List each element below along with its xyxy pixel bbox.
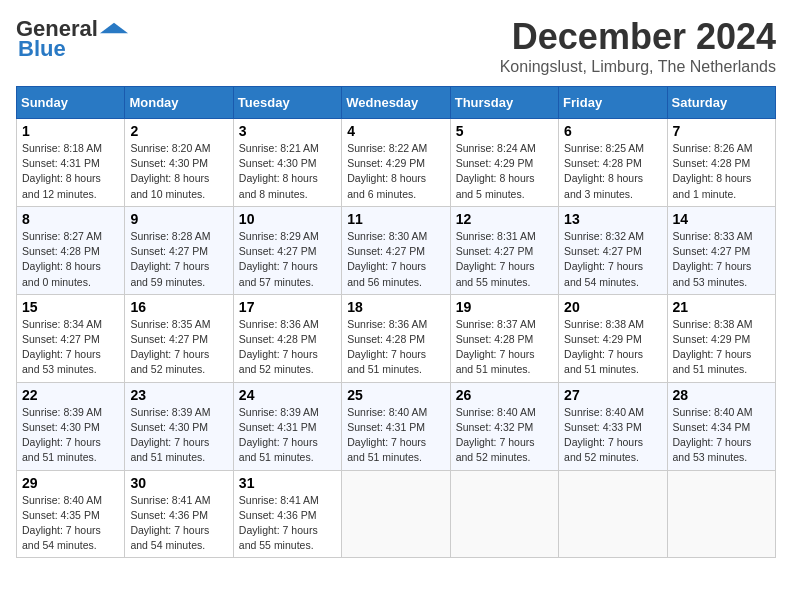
- calendar-cell: 19 Sunrise: 8:37 AM Sunset: 4:28 PM Dayl…: [450, 294, 558, 382]
- day-info: Sunrise: 8:18 AM Sunset: 4:31 PM Dayligh…: [22, 141, 119, 202]
- calendar-cell: 30 Sunrise: 8:41 AM Sunset: 4:36 PM Dayl…: [125, 470, 233, 558]
- svg-marker-0: [100, 23, 128, 34]
- day-info: Sunrise: 8:39 AM Sunset: 4:30 PM Dayligh…: [22, 405, 119, 466]
- day-number: 29: [22, 475, 119, 491]
- calendar-cell: 14 Sunrise: 8:33 AM Sunset: 4:27 PM Dayl…: [667, 206, 775, 294]
- day-number: 26: [456, 387, 553, 403]
- weekday-header-monday: Monday: [125, 87, 233, 119]
- calendar-cell: 31 Sunrise: 8:41 AM Sunset: 4:36 PM Dayl…: [233, 470, 341, 558]
- calendar-cell: 15 Sunrise: 8:34 AM Sunset: 4:27 PM Dayl…: [17, 294, 125, 382]
- day-info: Sunrise: 8:25 AM Sunset: 4:28 PM Dayligh…: [564, 141, 661, 202]
- calendar-cell: 2 Sunrise: 8:20 AM Sunset: 4:30 PM Dayli…: [125, 119, 233, 207]
- day-number: 6: [564, 123, 661, 139]
- logo-blue-text: Blue: [18, 36, 66, 62]
- day-number: 10: [239, 211, 336, 227]
- weekday-header-tuesday: Tuesday: [233, 87, 341, 119]
- day-number: 22: [22, 387, 119, 403]
- calendar-cell: 25 Sunrise: 8:40 AM Sunset: 4:31 PM Dayl…: [342, 382, 450, 470]
- day-number: 18: [347, 299, 444, 315]
- calendar-cell: 13 Sunrise: 8:32 AM Sunset: 4:27 PM Dayl…: [559, 206, 667, 294]
- day-number: 13: [564, 211, 661, 227]
- calendar-cell: [559, 470, 667, 558]
- weekday-header-thursday: Thursday: [450, 87, 558, 119]
- day-info: Sunrise: 8:30 AM Sunset: 4:27 PM Dayligh…: [347, 229, 444, 290]
- day-info: Sunrise: 8:35 AM Sunset: 4:27 PM Dayligh…: [130, 317, 227, 378]
- day-number: 20: [564, 299, 661, 315]
- day-info: Sunrise: 8:39 AM Sunset: 4:30 PM Dayligh…: [130, 405, 227, 466]
- weekday-header-wednesday: Wednesday: [342, 87, 450, 119]
- day-number: 15: [22, 299, 119, 315]
- day-info: Sunrise: 8:31 AM Sunset: 4:27 PM Dayligh…: [456, 229, 553, 290]
- day-info: Sunrise: 8:41 AM Sunset: 4:36 PM Dayligh…: [130, 493, 227, 554]
- day-info: Sunrise: 8:32 AM Sunset: 4:27 PM Dayligh…: [564, 229, 661, 290]
- day-number: 12: [456, 211, 553, 227]
- day-info: Sunrise: 8:40 AM Sunset: 4:34 PM Dayligh…: [673, 405, 770, 466]
- calendar-cell: 7 Sunrise: 8:26 AM Sunset: 4:28 PM Dayli…: [667, 119, 775, 207]
- day-number: 19: [456, 299, 553, 315]
- day-info: Sunrise: 8:38 AM Sunset: 4:29 PM Dayligh…: [673, 317, 770, 378]
- day-number: 28: [673, 387, 770, 403]
- day-info: Sunrise: 8:38 AM Sunset: 4:29 PM Dayligh…: [564, 317, 661, 378]
- day-info: Sunrise: 8:34 AM Sunset: 4:27 PM Dayligh…: [22, 317, 119, 378]
- weekday-header-sunday: Sunday: [17, 87, 125, 119]
- calendar-cell: 11 Sunrise: 8:30 AM Sunset: 4:27 PM Dayl…: [342, 206, 450, 294]
- calendar-cell: 23 Sunrise: 8:39 AM Sunset: 4:30 PM Dayl…: [125, 382, 233, 470]
- calendar-cell: 27 Sunrise: 8:40 AM Sunset: 4:33 PM Dayl…: [559, 382, 667, 470]
- day-info: Sunrise: 8:21 AM Sunset: 4:30 PM Dayligh…: [239, 141, 336, 202]
- calendar-cell: 12 Sunrise: 8:31 AM Sunset: 4:27 PM Dayl…: [450, 206, 558, 294]
- day-info: Sunrise: 8:36 AM Sunset: 4:28 PM Dayligh…: [347, 317, 444, 378]
- logo: General Blue: [16, 16, 128, 62]
- calendar-cell: 17 Sunrise: 8:36 AM Sunset: 4:28 PM Dayl…: [233, 294, 341, 382]
- day-number: 4: [347, 123, 444, 139]
- calendar-cell: 28 Sunrise: 8:40 AM Sunset: 4:34 PM Dayl…: [667, 382, 775, 470]
- day-info: Sunrise: 8:20 AM Sunset: 4:30 PM Dayligh…: [130, 141, 227, 202]
- day-info: Sunrise: 8:40 AM Sunset: 4:35 PM Dayligh…: [22, 493, 119, 554]
- calendar-cell: 8 Sunrise: 8:27 AM Sunset: 4:28 PM Dayli…: [17, 206, 125, 294]
- calendar-table: SundayMondayTuesdayWednesdayThursdayFrid…: [16, 86, 776, 558]
- day-info: Sunrise: 8:41 AM Sunset: 4:36 PM Dayligh…: [239, 493, 336, 554]
- calendar-cell: [667, 470, 775, 558]
- calendar-cell: 9 Sunrise: 8:28 AM Sunset: 4:27 PM Dayli…: [125, 206, 233, 294]
- header: General Blue December 2024 Koningslust, …: [16, 16, 776, 76]
- day-number: 5: [456, 123, 553, 139]
- day-number: 11: [347, 211, 444, 227]
- day-info: Sunrise: 8:22 AM Sunset: 4:29 PM Dayligh…: [347, 141, 444, 202]
- calendar-cell: 20 Sunrise: 8:38 AM Sunset: 4:29 PM Dayl…: [559, 294, 667, 382]
- day-info: Sunrise: 8:33 AM Sunset: 4:27 PM Dayligh…: [673, 229, 770, 290]
- calendar-cell: 4 Sunrise: 8:22 AM Sunset: 4:29 PM Dayli…: [342, 119, 450, 207]
- day-number: 3: [239, 123, 336, 139]
- day-number: 17: [239, 299, 336, 315]
- day-number: 21: [673, 299, 770, 315]
- calendar-cell: 29 Sunrise: 8:40 AM Sunset: 4:35 PM Dayl…: [17, 470, 125, 558]
- month-title: December 2024: [500, 16, 776, 58]
- day-number: 14: [673, 211, 770, 227]
- day-info: Sunrise: 8:36 AM Sunset: 4:28 PM Dayligh…: [239, 317, 336, 378]
- day-info: Sunrise: 8:28 AM Sunset: 4:27 PM Dayligh…: [130, 229, 227, 290]
- day-number: 31: [239, 475, 336, 491]
- calendar-cell: 18 Sunrise: 8:36 AM Sunset: 4:28 PM Dayl…: [342, 294, 450, 382]
- calendar-cell: [450, 470, 558, 558]
- calendar-cell: 1 Sunrise: 8:18 AM Sunset: 4:31 PM Dayli…: [17, 119, 125, 207]
- day-number: 7: [673, 123, 770, 139]
- day-number: 24: [239, 387, 336, 403]
- weekday-header-friday: Friday: [559, 87, 667, 119]
- calendar-cell: 3 Sunrise: 8:21 AM Sunset: 4:30 PM Dayli…: [233, 119, 341, 207]
- day-info: Sunrise: 8:39 AM Sunset: 4:31 PM Dayligh…: [239, 405, 336, 466]
- calendar-cell: 16 Sunrise: 8:35 AM Sunset: 4:27 PM Dayl…: [125, 294, 233, 382]
- calendar-cell: 24 Sunrise: 8:39 AM Sunset: 4:31 PM Dayl…: [233, 382, 341, 470]
- day-number: 1: [22, 123, 119, 139]
- calendar-cell: 26 Sunrise: 8:40 AM Sunset: 4:32 PM Dayl…: [450, 382, 558, 470]
- day-number: 2: [130, 123, 227, 139]
- day-number: 23: [130, 387, 227, 403]
- day-info: Sunrise: 8:26 AM Sunset: 4:28 PM Dayligh…: [673, 141, 770, 202]
- title-area: December 2024 Koningslust, Limburg, The …: [500, 16, 776, 76]
- day-number: 9: [130, 211, 227, 227]
- day-number: 30: [130, 475, 227, 491]
- day-info: Sunrise: 8:29 AM Sunset: 4:27 PM Dayligh…: [239, 229, 336, 290]
- location-title: Koningslust, Limburg, The Netherlands: [500, 58, 776, 76]
- logo-arrow-icon: [100, 21, 128, 35]
- day-info: Sunrise: 8:40 AM Sunset: 4:31 PM Dayligh…: [347, 405, 444, 466]
- day-info: Sunrise: 8:40 AM Sunset: 4:33 PM Dayligh…: [564, 405, 661, 466]
- day-number: 8: [22, 211, 119, 227]
- weekday-header-saturday: Saturday: [667, 87, 775, 119]
